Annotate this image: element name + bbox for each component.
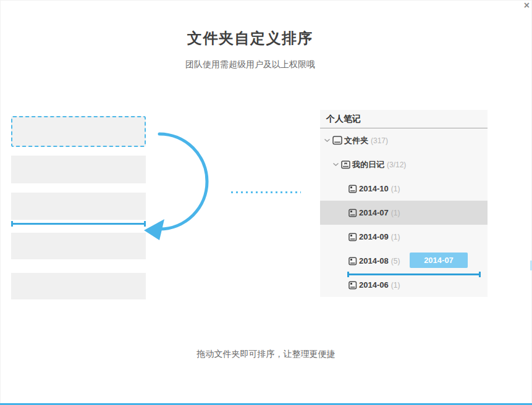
curved-arrow-icon: [139, 125, 219, 246]
dragged-item-placeholder: [11, 116, 146, 147]
tree-item-2014-09[interactable]: 2014-09 (1): [320, 225, 488, 249]
subtitle: 团队使用需超级用户及以上权限哦: [0, 59, 500, 70]
tree-item-my-diary[interactable]: 我的日记 (3/12): [320, 152, 488, 177]
tree-item-count: (3/12): [387, 161, 406, 169]
tree-item-label: 2014-08: [359, 256, 389, 265]
chevron-down-icon: [332, 162, 339, 167]
tree-item-2014-06[interactable]: 2014-06 (1): [320, 273, 488, 297]
tree-item-label: 2014-10: [359, 184, 389, 193]
chevron-down-icon: [324, 138, 331, 143]
close-icon[interactable]: ×: [524, 0, 530, 11]
tree-item-count: (1): [391, 185, 400, 193]
dotted-connector-line: [231, 191, 301, 193]
note-icon: [348, 209, 357, 217]
drag-ghost-badge: 2014-07: [410, 253, 468, 268]
note-icon: [348, 281, 357, 290]
tree-item-count: (317): [371, 136, 388, 145]
drop-indicator-line: [347, 273, 481, 275]
tutorial-caption: 拖动文件夹即可排序，让整理更便捷: [0, 349, 532, 360]
tree-item-label: 2014-07: [359, 208, 389, 217]
note-icon: [348, 257, 357, 265]
tree-item-2014-10[interactable]: 2014-10 (1): [320, 177, 488, 201]
note-icon: [348, 233, 357, 241]
tree-item-count: (1): [391, 209, 400, 217]
note-icon: [348, 185, 357, 193]
tree-item-count: (1): [391, 233, 400, 241]
panel-title: 个人笔记: [320, 110, 488, 128]
list-item-bar: [11, 233, 146, 259]
diary-notebook-icon: [341, 161, 350, 169]
tree-item-count: (1): [391, 281, 400, 290]
drop-indicator-line: [11, 223, 146, 225]
folder-sort-tutorial-dialog: × 文件夹自定义排序 团队使用需超级用户及以上权限哦 个人笔记 文件夹 (317…: [0, 0, 532, 405]
notes-tree-panel: 个人笔记 文件夹 (317) 我的日记 (3/12): [320, 110, 488, 297]
tree-item-label: 2014-09: [359, 232, 389, 241]
tree-item-label: 2014-06: [359, 280, 389, 290]
list-item-bar: [11, 273, 146, 299]
tree-item-label: 文件夹: [344, 135, 368, 146]
tree-item-2014-07-selected[interactable]: 2014-07 (1): [320, 201, 488, 225]
tree-item-count: (5): [391, 257, 400, 265]
list-item-bar: [11, 156, 146, 183]
tree-item-folders[interactable]: 文件夹 (317): [320, 128, 488, 152]
page-title: 文件夹自定义排序: [0, 28, 500, 48]
list-item-bar: [11, 193, 146, 220]
tree-item-label: 我的日记: [352, 159, 384, 170]
notebook-icon: [332, 136, 342, 145]
